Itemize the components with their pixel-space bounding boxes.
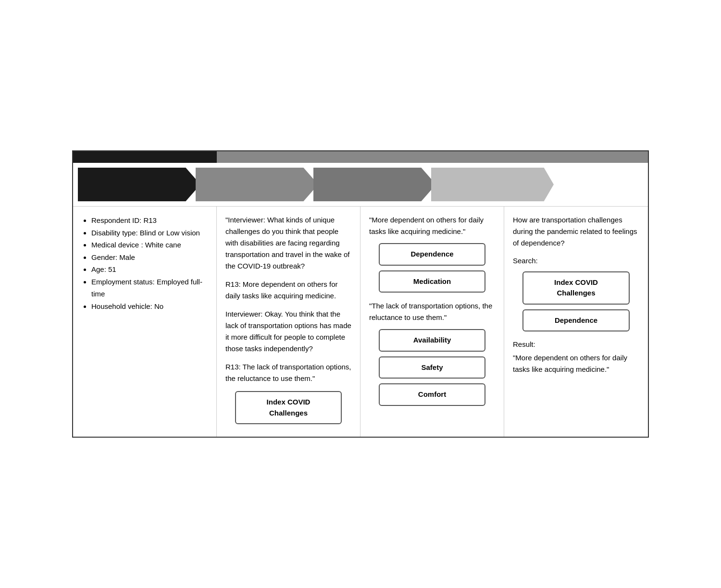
attribute-item: Employment status: Employed full-time (91, 276, 208, 300)
attribute-item: Respondent ID: R13 (91, 214, 208, 227)
attribute-item: Household vehicle: No (91, 300, 208, 313)
column-analytic-codes: "More dependent on others for daily task… (360, 207, 504, 437)
analyze-question: How are transportation challenges during… (513, 214, 639, 249)
main-container: Respondent ID: R13Disability type: Blind… (72, 150, 649, 438)
result-label: Result: (513, 339, 639, 350)
result-quote: "More dependent on others for daily task… (513, 352, 639, 375)
transcript-paragraph-3: R13: The lack of transportation options,… (225, 361, 351, 384)
content-row: Respondent ID: R13Disability type: Blind… (73, 206, 648, 437)
column-analyze: How are transportation challenges during… (504, 207, 648, 437)
attributes-list: Respondent ID: R13Disability type: Blind… (82, 214, 208, 312)
arrow-assign-attributes (78, 168, 200, 201)
analytic-code-box: Dependence (379, 243, 486, 266)
attribute-item: Medical device : White cane (91, 239, 208, 251)
search-label: Search: (513, 256, 639, 267)
analytic-code-box: Safety (379, 356, 486, 379)
transcript-paragraph-1: R13: More dependent on others for daily … (225, 279, 351, 302)
analytic-code-box: Medication (379, 270, 486, 293)
header-transcript (73, 151, 217, 163)
arrow-assign-index-codes (196, 168, 318, 201)
search-code-box: Dependence (522, 309, 630, 332)
analytic-code-box: Comfort (379, 383, 486, 406)
excerpt-quote-1: "More dependent on others for daily task… (369, 214, 495, 237)
excerpt-quote-2: "The lack of transportation options, the… (369, 300, 495, 323)
attribute-item: Disability type: Blind or Low vision (91, 227, 208, 239)
arrow-row (73, 163, 648, 206)
transcript-paragraph-0: "Interviewer: What kinds of unique chall… (225, 214, 351, 272)
header-excerpts (217, 151, 648, 163)
arrow-assign-analytic-codes (313, 168, 436, 201)
arrow-analyze-code-cooccurrence (431, 168, 554, 201)
column-index-codes: "Interviewer: What kinds of unique chall… (217, 207, 360, 437)
attribute-item: Gender: Male (91, 251, 208, 264)
attribute-item: Age: 51 (91, 263, 208, 276)
transcript-paragraph-2: Interviewer: Okay. You think that the la… (225, 308, 351, 355)
index-code-box-covid-challenges: Index COVID Challenges (235, 391, 342, 424)
search-code-box: Index COVID Challenges (522, 271, 630, 305)
column-attributes: Respondent ID: R13Disability type: Blind… (73, 207, 217, 437)
analytic-code-box: Availability (379, 329, 486, 352)
header-row (73, 151, 648, 163)
